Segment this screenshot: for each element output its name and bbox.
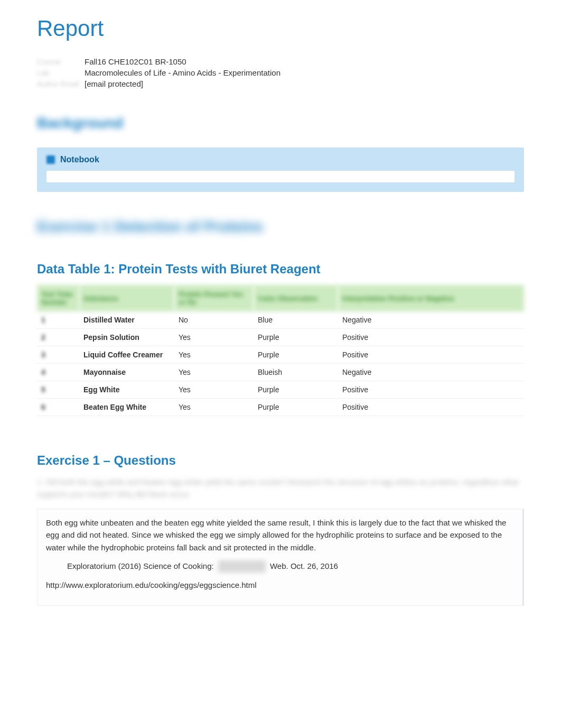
table-row: 4MayonnaiseYesBlueishNegative: [37, 364, 524, 381]
cell-color: Purple: [254, 329, 338, 346]
meta-block: Course Fall16 CHE102C01 BR-1050 Lab Macr…: [37, 52, 524, 94]
data-table-1: Test Tube Number Substance Protein Prese…: [37, 285, 524, 416]
answer-url-link[interactable]: http://www.exploratorium.edu/cooking/egg…: [46, 580, 257, 589]
cell-protein-present: No: [174, 311, 254, 329]
notebook-header: Notebook: [46, 155, 515, 164]
cell-color: Blueish: [254, 364, 338, 381]
cell-protein-present: Yes: [174, 364, 254, 381]
answer-citation: Exploratorium (2016) Science of Cooking:…: [46, 560, 514, 573]
data-table-1-title: Data Table 1: Protein Tests with Biuret …: [37, 262, 524, 277]
notebook-title: Notebook: [60, 155, 99, 164]
exercise1-heading-blurred: Exercise 1 Detection of Proteins: [37, 218, 524, 235]
answer-box: Both egg white unbeaten and the beaten e…: [37, 509, 524, 606]
col-header-number: Test Tube Number: [37, 285, 79, 311]
meta-label: Lab: [37, 69, 85, 77]
cell-protein-present: Yes: [174, 399, 254, 416]
col-header-color: Color Observation: [254, 285, 338, 311]
answer-paragraph: Both egg white unbeaten and the beaten e…: [46, 517, 514, 554]
table-row: 2Pepsin SolutionYesPurplePositive: [37, 329, 524, 346]
cell-interpretation: Negative: [338, 311, 524, 329]
cell-protein-present: Yes: [174, 329, 254, 346]
meta-label: Author Email: [37, 80, 85, 88]
cell-substance: Mayonnaise: [79, 364, 174, 381]
cell-protein-present: Yes: [174, 346, 254, 364]
page-title: Report: [37, 16, 524, 41]
col-header-interpretation: Interpretation Positive or Negative: [338, 285, 524, 311]
cell-substance: Liquid Coffee Creamer: [79, 346, 174, 364]
cell-interpretation: Positive: [338, 399, 524, 416]
notebook-body-empty: [46, 171, 515, 182]
notebook-icon: [46, 155, 55, 164]
cell-substance: Distilled Water: [79, 311, 174, 329]
table-row: 1Distilled WaterNoBlueNegative: [37, 311, 524, 329]
cell-substance: Pepsin Solution: [79, 329, 174, 346]
cell-color: Purple: [254, 346, 338, 364]
cell-number: 4: [37, 364, 79, 381]
table-row: 6Beaten Egg WhiteYesPurplePositive: [37, 399, 524, 416]
meta-row-course: Course Fall16 CHE102C01 BR-1050: [37, 57, 524, 66]
question-1-block: 1. Did both the egg white and beaten egg…: [37, 476, 524, 606]
cell-substance: Egg White: [79, 381, 174, 399]
table-row: 3Liquid Coffee CreamerYesPurplePositive: [37, 346, 524, 364]
meta-value-course: Fall16 CHE102C01 BR-1050: [85, 57, 186, 66]
cell-number: 3: [37, 346, 79, 364]
table-row: 5Egg WhiteYesPurplePositive: [37, 381, 524, 399]
cell-protein-present: Yes: [174, 381, 254, 399]
meta-row-lab: Lab Macromolecules of Life - Amino Acids…: [37, 68, 524, 77]
meta-label: Course: [37, 58, 85, 66]
meta-value-lab: Macromolecules of Life - Amino Acids - E…: [85, 68, 280, 77]
cell-color: Purple: [254, 381, 338, 399]
background-heading-blurred: Background: [37, 115, 524, 132]
citation-date: Web. Oct. 26, 2016: [270, 561, 338, 570]
citation-source: Exploratorium (2016) Science of Cooking:: [67, 561, 214, 570]
citation-hidden-blurred: hidden text: [218, 560, 266, 573]
cell-number: 5: [37, 381, 79, 399]
table-header-row: Test Tube Number Substance Protein Prese…: [37, 285, 524, 311]
notebook-panel: Notebook: [37, 148, 524, 192]
question-1-prompt-blurred: 1. Did both the egg white and beaten egg…: [37, 476, 524, 500]
cell-substance: Beaten Egg White: [79, 399, 174, 416]
col-header-substance: Substance: [79, 285, 174, 311]
cell-color: Blue: [254, 311, 338, 329]
cell-number: 2: [37, 329, 79, 346]
cell-interpretation: Positive: [338, 346, 524, 364]
cell-interpretation: Positive: [338, 329, 524, 346]
answer-url: http://www.exploratorium.edu/cooking/egg…: [46, 579, 514, 591]
cell-number: 1: [37, 311, 79, 329]
meta-row-email: Author Email [email protected]: [37, 79, 524, 88]
col-header-protein: Protein Present Yes or No: [174, 285, 254, 311]
cell-number: 6: [37, 399, 79, 416]
cell-color: Purple: [254, 399, 338, 416]
cell-interpretation: Negative: [338, 364, 524, 381]
meta-value-email: [email protected]: [85, 79, 143, 88]
exercise1-questions-heading: Exercise 1 – Questions: [37, 453, 524, 468]
cell-interpretation: Positive: [338, 381, 524, 399]
